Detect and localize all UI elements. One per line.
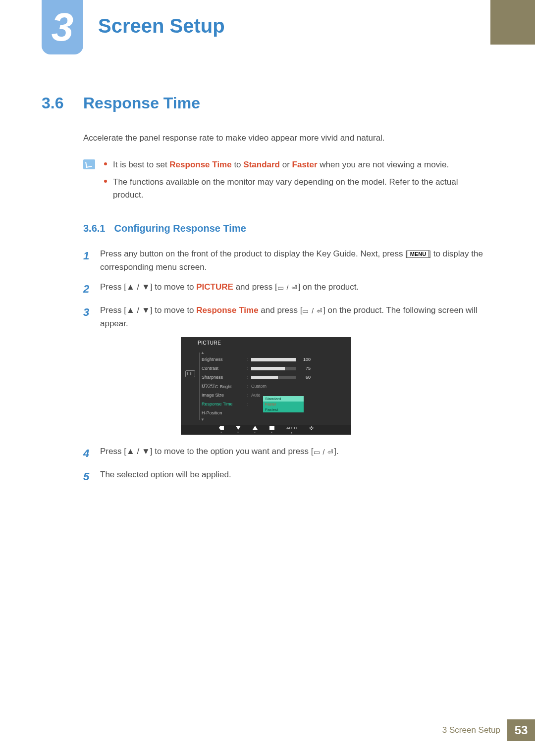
step-number: 5 (83, 468, 90, 485)
osd-row-magic-bright: SAMSUNG MAGIC Bright : Custom (202, 382, 347, 391)
note-icon (83, 159, 95, 169)
osd-row-contrast: Contrast : 75 (202, 364, 347, 373)
osd-key-down: ▾ (236, 426, 241, 434)
note-text: It is best to set Response Time to Stand… (113, 158, 449, 171)
subsection-title: Configuring Response Time (114, 223, 246, 234)
samsung-magic-logo: SAMSUNG MAGIC (202, 384, 219, 389)
section-intro: Accelerate the panel response rate to ma… (83, 132, 490, 145)
slider-bar (251, 358, 296, 361)
osd-screenshot: PICTURE ▲ Brightness : 100 Contrast : (42, 337, 490, 435)
scroll-down-icon: ▼ (201, 417, 347, 422)
note-block: It is best to set Response Time to Stand… (83, 158, 490, 206)
updown-icon: ▲ / ▼ (126, 447, 150, 456)
osd-key-enter: ▾ (269, 426, 274, 434)
osd-row-brightness: Brightness : 100 (202, 355, 347, 364)
step-text: Press [▲ / ▼] to move to Response Time a… (100, 303, 490, 330)
note-item: It is best to set Response Time to Stand… (104, 158, 490, 171)
osd-key-power: ⏻ (309, 426, 313, 434)
section-number: 3.6 (42, 94, 71, 112)
section-title: Response Time (83, 94, 200, 112)
step-5: 5 The selected option will be applied. (83, 468, 490, 485)
page-footer: 3 Screen Setup 53 (442, 719, 535, 741)
monitor-icon (185, 370, 195, 377)
osd-category-icon-column (181, 348, 200, 425)
footer-chapter-label: 3 Screen Setup (442, 725, 500, 735)
updown-icon: ▲ / ▼ (126, 305, 150, 315)
osd-key-up: ▾ (253, 426, 258, 434)
bullet-icon (104, 180, 107, 183)
osd-option-faster: Faster (263, 402, 304, 407)
chapter-tab: 3 (42, 0, 83, 54)
step-text: Press [▲ / ▼] to move to PICTURE and pre… (100, 280, 359, 298)
page-content: 3.6 Response Time Accelerate the panel r… (42, 94, 490, 491)
step-number: 1 (83, 247, 90, 274)
osd-key-back: ▾ (219, 426, 224, 434)
bullet-icon (104, 162, 107, 165)
step-number: 3 (83, 303, 90, 330)
chapter-number: 3 (52, 7, 74, 47)
chapter-title: Screen Setup (98, 15, 225, 37)
step-2: 2 Press [▲ / ▼] to move to PICTURE and p… (83, 280, 490, 298)
osd-option-fastest: Fastest (263, 407, 304, 412)
step-text: Press any button on the front of the pro… (100, 247, 490, 274)
osd-menu-list: ▲ Brightness : 100 Contrast : 75 S (200, 348, 351, 425)
osd-key-guide: ▾ ▾ ▾ ▾ AUTO▾ ⏻ (181, 425, 351, 435)
subsection-heading: 3.6.1 Configuring Response Time (83, 223, 490, 234)
enter-icon: ▭ / ⏎ (314, 448, 334, 456)
step-number: 2 (83, 280, 90, 298)
osd-key-auto: AUTO▾ (286, 426, 297, 434)
note-list: It is best to set Response Time to Stand… (104, 158, 490, 206)
step-number: 4 (83, 445, 90, 462)
power-icon: ⏻ (309, 426, 313, 430)
note-item: The functions available on the monitor m… (104, 176, 490, 201)
step-text: The selected option will be applied. (100, 468, 231, 485)
slider-bar (251, 367, 296, 370)
section-heading: 3.6 Response Time (42, 94, 490, 112)
enter-icon: ▭ / ⏎ (302, 307, 323, 315)
osd-title: PICTURE (181, 337, 351, 348)
note-text: The functions available on the monitor m… (113, 176, 490, 201)
step-4: 4 Press [▲ / ▼] to move to the option yo… (83, 445, 490, 462)
slider-bar (251, 376, 296, 379)
updown-icon: ▲ / ▼ (126, 282, 150, 292)
step-text: Press [▲ / ▼] to move to the option you … (100, 445, 339, 462)
subsection-number: 3.6.1 (83, 223, 105, 234)
menu-button-label: MENU (408, 250, 428, 258)
step-1: 1 Press any button on the front of the p… (83, 247, 490, 274)
enter-icon: ▭ / ⏎ (277, 284, 298, 292)
top-corner-accent (490, 0, 535, 45)
scroll-up-icon: ▲ (201, 351, 347, 355)
osd-panel: PICTURE ▲ Brightness : 100 Contrast : (181, 337, 351, 435)
osd-row-sharpness: Sharpness : 60 (202, 373, 347, 382)
step-3: 3 Press [▲ / ▼] to move to Response Time… (83, 303, 490, 330)
osd-options-popup: Standard Faster Fastest (263, 396, 304, 412)
footer-page-number: 53 (507, 719, 535, 741)
osd-option-standard: Standard (263, 396, 304, 402)
